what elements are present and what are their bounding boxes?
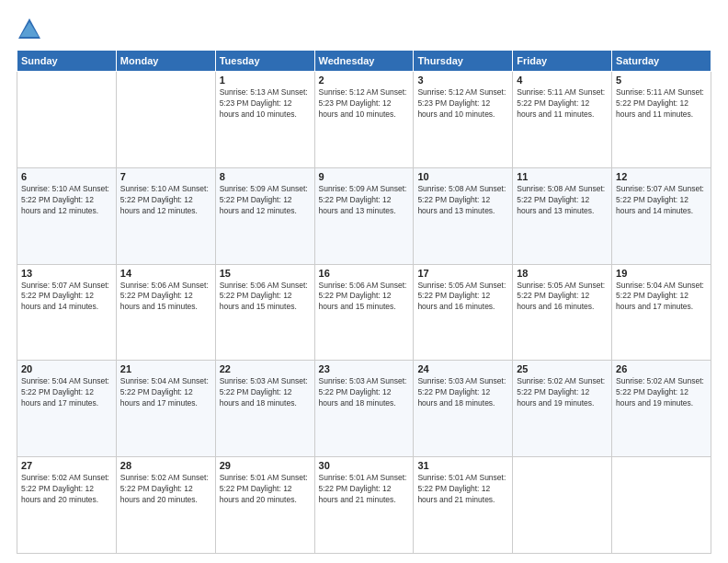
week-row-3: 13Sunrise: 5:07 AM Sunset: 5:22 PM Dayli…: [17, 264, 711, 361]
day-number: 22: [220, 363, 311, 374]
day-number: 2: [319, 75, 410, 86]
week-row-4: 20Sunrise: 5:04 AM Sunset: 5:22 PM Dayli…: [17, 361, 711, 457]
day-info: Sunrise: 5:07 AM Sunset: 5:22 PM Dayligh…: [21, 281, 112, 314]
day-info: Sunrise: 5:12 AM Sunset: 5:23 PM Dayligh…: [319, 87, 410, 121]
day-cell: 6Sunrise: 5:10 AM Sunset: 5:22 PM Daylig…: [17, 167, 117, 264]
day-cell: 30Sunrise: 5:01 AM Sunset: 5:22 PM Dayli…: [314, 457, 414, 554]
day-number: 14: [120, 268, 211, 279]
page: SundayMondayTuesdayWednesdayThursdayFrid…: [0, 0, 728, 563]
header-day-monday: Monday: [116, 51, 215, 72]
day-cell: 20Sunrise: 5:04 AM Sunset: 5:22 PM Dayli…: [17, 361, 117, 457]
day-info: Sunrise: 5:02 AM Sunset: 5:22 PM Dayligh…: [21, 473, 112, 506]
day-number: 31: [417, 460, 508, 471]
day-cell: 16Sunrise: 5:06 AM Sunset: 5:22 PM Dayli…: [314, 264, 414, 361]
day-info: Sunrise: 5:13 AM Sunset: 5:23 PM Dayligh…: [220, 87, 311, 121]
header-day-tuesday: Tuesday: [215, 51, 314, 72]
day-info: Sunrise: 5:08 AM Sunset: 5:22 PM Dayligh…: [517, 184, 608, 217]
day-cell: 23Sunrise: 5:03 AM Sunset: 5:22 PM Dayli…: [314, 361, 414, 457]
header: [17, 17, 711, 42]
day-info: Sunrise: 5:03 AM Sunset: 5:22 PM Dayligh…: [220, 376, 311, 409]
day-cell: 9Sunrise: 5:09 AM Sunset: 5:22 PM Daylig…: [314, 167, 414, 264]
day-info: Sunrise: 5:03 AM Sunset: 5:22 PM Dayligh…: [319, 376, 410, 409]
day-number: 10: [417, 171, 508, 182]
day-info: Sunrise: 5:09 AM Sunset: 5:22 PM Dayligh…: [319, 184, 410, 217]
day-info: Sunrise: 5:07 AM Sunset: 5:22 PM Dayligh…: [616, 184, 707, 217]
svg-marker-1: [20, 22, 39, 37]
day-number: 15: [220, 268, 311, 279]
day-info: Sunrise: 5:06 AM Sunset: 5:22 PM Dayligh…: [120, 281, 211, 314]
day-number: 30: [319, 460, 410, 471]
day-info: Sunrise: 5:04 AM Sunset: 5:22 PM Dayligh…: [21, 376, 112, 409]
day-number: 23: [319, 363, 410, 374]
header-day-sunday: Sunday: [17, 51, 117, 72]
calendar-table: SundayMondayTuesdayWednesdayThursdayFrid…: [17, 50, 711, 554]
header-row: SundayMondayTuesdayWednesdayThursdayFrid…: [17, 51, 711, 72]
day-info: Sunrise: 5:02 AM Sunset: 5:22 PM Dayligh…: [616, 376, 707, 409]
day-number: 21: [120, 363, 211, 374]
day-info: Sunrise: 5:10 AM Sunset: 5:22 PM Dayligh…: [21, 184, 112, 217]
day-number: 11: [517, 171, 608, 182]
logo: [17, 17, 46, 42]
day-cell: 27Sunrise: 5:02 AM Sunset: 5:22 PM Dayli…: [17, 457, 117, 554]
day-number: 17: [417, 268, 508, 279]
day-info: Sunrise: 5:01 AM Sunset: 5:22 PM Dayligh…: [417, 473, 508, 506]
day-cell: 11Sunrise: 5:08 AM Sunset: 5:22 PM Dayli…: [513, 167, 612, 264]
day-number: 24: [417, 363, 508, 374]
day-cell: 13Sunrise: 5:07 AM Sunset: 5:22 PM Dayli…: [17, 264, 117, 361]
day-number: 27: [21, 460, 112, 471]
week-row-1: 1Sunrise: 5:13 AM Sunset: 5:23 PM Daylig…: [17, 72, 711, 168]
day-cell: 3Sunrise: 5:12 AM Sunset: 5:23 PM Daylig…: [414, 72, 513, 168]
day-info: Sunrise: 5:09 AM Sunset: 5:22 PM Dayligh…: [220, 184, 311, 217]
day-cell: 21Sunrise: 5:04 AM Sunset: 5:22 PM Dayli…: [116, 361, 215, 457]
week-row-5: 27Sunrise: 5:02 AM Sunset: 5:22 PM Dayli…: [17, 457, 711, 554]
day-info: Sunrise: 5:05 AM Sunset: 5:22 PM Dayligh…: [417, 281, 508, 314]
day-cell: 2Sunrise: 5:12 AM Sunset: 5:23 PM Daylig…: [314, 72, 414, 168]
day-info: Sunrise: 5:04 AM Sunset: 5:22 PM Dayligh…: [616, 281, 707, 314]
header-day-friday: Friday: [513, 51, 612, 72]
day-number: 4: [517, 75, 608, 86]
day-cell: [116, 72, 215, 168]
calendar-header: SundayMondayTuesdayWednesdayThursdayFrid…: [17, 51, 711, 72]
day-cell: 24Sunrise: 5:03 AM Sunset: 5:22 PM Dayli…: [414, 361, 513, 457]
day-info: Sunrise: 5:10 AM Sunset: 5:22 PM Dayligh…: [120, 184, 211, 217]
day-cell: [612, 457, 711, 554]
day-cell: 10Sunrise: 5:08 AM Sunset: 5:22 PM Dayli…: [414, 167, 513, 264]
day-number: 3: [417, 75, 508, 86]
day-info: Sunrise: 5:11 AM Sunset: 5:22 PM Dayligh…: [616, 87, 707, 121]
day-info: Sunrise: 5:11 AM Sunset: 5:22 PM Dayligh…: [517, 87, 608, 121]
day-info: Sunrise: 5:02 AM Sunset: 5:22 PM Dayligh…: [120, 473, 211, 506]
day-cell: 5Sunrise: 5:11 AM Sunset: 5:22 PM Daylig…: [612, 72, 711, 168]
day-cell: [17, 72, 117, 168]
day-cell: 4Sunrise: 5:11 AM Sunset: 5:22 PM Daylig…: [513, 72, 612, 168]
day-number: 7: [120, 171, 211, 182]
day-cell: 7Sunrise: 5:10 AM Sunset: 5:22 PM Daylig…: [116, 167, 215, 264]
header-day-wednesday: Wednesday: [314, 51, 414, 72]
day-info: Sunrise: 5:06 AM Sunset: 5:22 PM Dayligh…: [319, 281, 410, 314]
day-number: 26: [616, 363, 707, 374]
day-cell: 29Sunrise: 5:01 AM Sunset: 5:22 PM Dayli…: [215, 457, 314, 554]
day-cell: 8Sunrise: 5:09 AM Sunset: 5:22 PM Daylig…: [215, 167, 314, 264]
logo-icon: [17, 17, 42, 42]
day-number: 19: [616, 268, 707, 279]
day-number: 29: [220, 460, 311, 471]
day-cell: 15Sunrise: 5:06 AM Sunset: 5:22 PM Dayli…: [215, 264, 314, 361]
day-number: 1: [220, 75, 311, 86]
day-cell: 19Sunrise: 5:04 AM Sunset: 5:22 PM Dayli…: [612, 264, 711, 361]
day-info: Sunrise: 5:08 AM Sunset: 5:22 PM Dayligh…: [417, 184, 508, 217]
week-row-2: 6Sunrise: 5:10 AM Sunset: 5:22 PM Daylig…: [17, 167, 711, 264]
day-cell: [513, 457, 612, 554]
day-number: 20: [21, 363, 112, 374]
day-info: Sunrise: 5:12 AM Sunset: 5:23 PM Dayligh…: [417, 87, 508, 121]
day-cell: 18Sunrise: 5:05 AM Sunset: 5:22 PM Dayli…: [513, 264, 612, 361]
day-cell: 25Sunrise: 5:02 AM Sunset: 5:22 PM Dayli…: [513, 361, 612, 457]
day-number: 18: [517, 268, 608, 279]
header-day-thursday: Thursday: [414, 51, 513, 72]
day-cell: 28Sunrise: 5:02 AM Sunset: 5:22 PM Dayli…: [116, 457, 215, 554]
header-day-saturday: Saturday: [612, 51, 711, 72]
day-number: 16: [319, 268, 410, 279]
day-number: 8: [220, 171, 311, 182]
day-cell: 22Sunrise: 5:03 AM Sunset: 5:22 PM Dayli…: [215, 361, 314, 457]
calendar-body: 1Sunrise: 5:13 AM Sunset: 5:23 PM Daylig…: [17, 72, 711, 554]
day-cell: 17Sunrise: 5:05 AM Sunset: 5:22 PM Dayli…: [414, 264, 513, 361]
day-number: 13: [21, 268, 112, 279]
